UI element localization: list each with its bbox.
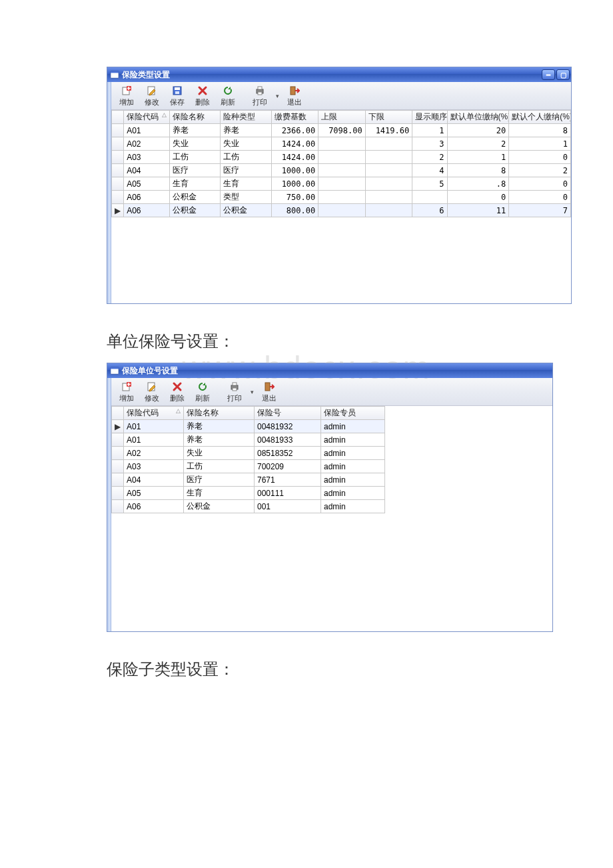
col-high[interactable]: 上限 bbox=[318, 111, 366, 124]
window-insurance-type: 保险类型设置 ━ ▢ 增加 修改 bbox=[107, 67, 572, 304]
svg-rect-9 bbox=[258, 87, 262, 89]
exit-button[interactable]: 退出 bbox=[258, 381, 281, 403]
table-row[interactable]: A06公积金001admin bbox=[112, 500, 385, 513]
svg-rect-7 bbox=[175, 91, 179, 94]
print-dropdown[interactable]: ▾ bbox=[249, 379, 255, 405]
col-no[interactable]: 保险号 bbox=[255, 407, 321, 420]
table-row[interactable]: A01养老养老2366.007098.001419.601208 bbox=[112, 124, 571, 137]
exit-icon bbox=[263, 381, 275, 393]
col-name[interactable]: 保险名称 bbox=[184, 407, 255, 420]
toolbar: 增加 修改 保存 删除 bbox=[111, 82, 571, 110]
edit-button[interactable]: 修改 bbox=[141, 85, 163, 107]
caption-unit-no: 单位保险号设置： bbox=[107, 331, 613, 352]
table-row[interactable]: A04医疗医疗1000.00482 bbox=[112, 164, 571, 177]
refresh-button[interactable]: 刷新 bbox=[191, 381, 214, 403]
print-button[interactable]: 打印 bbox=[249, 85, 271, 107]
col-unit-pct[interactable]: 默认单位缴纳(%) bbox=[447, 111, 509, 124]
window-title: 保险单位号设置 bbox=[122, 365, 551, 377]
add-icon bbox=[121, 85, 133, 97]
app-icon bbox=[110, 70, 119, 79]
col-person-pct[interactable]: 默认个人缴纳(%) bbox=[509, 111, 571, 124]
grid-insurance-unit-no[interactable]: 保险代码 保险名称 保险号 保险专员 ▶A01养老00481932adminA0… bbox=[111, 406, 552, 631]
col-base[interactable]: 缴费基数 bbox=[271, 111, 318, 124]
table-row[interactable]: A05生育000111admin bbox=[112, 487, 385, 500]
refresh-icon bbox=[197, 381, 209, 393]
app-icon bbox=[110, 366, 119, 375]
table-row[interactable]: A03工伤700209admin bbox=[112, 460, 385, 473]
table-row[interactable]: A02失业失业1424.00321 bbox=[112, 137, 571, 151]
table-row[interactable]: ▶A06公积金公积金800.006117 bbox=[112, 204, 571, 217]
col-code[interactable]: 保险代码 bbox=[124, 111, 169, 124]
col-code[interactable]: 保险代码 bbox=[124, 407, 184, 420]
svg-rect-6 bbox=[175, 87, 180, 90]
edit-icon bbox=[146, 85, 158, 97]
edit-icon bbox=[146, 381, 158, 393]
delete-icon bbox=[171, 381, 183, 393]
col-order[interactable]: 显示顺序 bbox=[412, 111, 447, 124]
table-row[interactable]: ▶A01养老00481932admin bbox=[112, 420, 385, 433]
delete-button[interactable]: 删除 bbox=[166, 381, 189, 403]
table-row[interactable]: A01养老00481933admin bbox=[112, 433, 385, 447]
print-icon bbox=[254, 85, 266, 97]
print-button[interactable]: 打印 bbox=[223, 381, 246, 403]
save-button[interactable]: 保存 bbox=[166, 85, 189, 107]
table-row[interactable]: A06公积金类型750.0000 bbox=[112, 191, 571, 204]
svg-rect-18 bbox=[233, 383, 237, 385]
titlebar[interactable]: 保险类型设置 ━ ▢ bbox=[107, 67, 571, 82]
col-type[interactable]: 险种类型 bbox=[221, 111, 272, 124]
grid-insurance-type[interactable]: 保险代码 保险名称 险种类型 缴费基数 上限 下限 显示顺序 默认单位缴纳(%)… bbox=[111, 110, 571, 303]
svg-rect-13 bbox=[111, 367, 119, 369]
col-low[interactable]: 下限 bbox=[365, 111, 412, 124]
exit-icon bbox=[289, 85, 301, 97]
delete-button[interactable]: 删除 bbox=[191, 85, 214, 107]
add-button[interactable]: 增加 bbox=[115, 381, 138, 403]
table-row[interactable]: A05生育生育1000.005.80 bbox=[112, 177, 571, 191]
svg-rect-11 bbox=[291, 87, 295, 95]
table-row[interactable]: A03工伤工伤1424.00210 bbox=[112, 151, 571, 164]
edit-button[interactable]: 修改 bbox=[141, 381, 163, 403]
col-admin[interactable]: 保险专员 bbox=[321, 407, 385, 420]
row-marker-header bbox=[112, 111, 124, 124]
svg-rect-10 bbox=[258, 92, 262, 95]
print-dropdown[interactable]: ▾ bbox=[274, 83, 281, 109]
table-row[interactable]: A04医疗7671admin bbox=[112, 473, 385, 487]
svg-rect-1 bbox=[111, 71, 119, 73]
maximize-button[interactable]: ▢ bbox=[556, 69, 570, 80]
svg-rect-20 bbox=[265, 383, 270, 391]
minimize-button[interactable]: ━ bbox=[542, 69, 555, 80]
delete-icon bbox=[197, 85, 209, 97]
refresh-button[interactable]: 刷新 bbox=[217, 85, 239, 107]
add-icon bbox=[121, 381, 133, 393]
refresh-icon bbox=[222, 85, 234, 97]
save-icon bbox=[171, 85, 183, 97]
window-insurance-unit-no: 保险单位号设置 增加 修改 bbox=[107, 363, 553, 632]
toolbar: 增加 修改 删除 刷新 bbox=[111, 378, 552, 406]
window-title: 保险类型设置 bbox=[122, 69, 542, 81]
table-row[interactable]: A02失业08518352admin bbox=[112, 447, 385, 460]
col-name[interactable]: 保险名称 bbox=[169, 111, 221, 124]
svg-rect-19 bbox=[233, 388, 237, 391]
caption-sub-type: 保险子类型设置： bbox=[107, 659, 613, 680]
add-button[interactable]: 增加 bbox=[115, 85, 138, 107]
print-icon bbox=[229, 381, 241, 393]
row-marker-header bbox=[112, 407, 124, 420]
exit-button[interactable]: 退出 bbox=[283, 85, 306, 107]
titlebar[interactable]: 保险单位号设置 bbox=[107, 363, 552, 378]
